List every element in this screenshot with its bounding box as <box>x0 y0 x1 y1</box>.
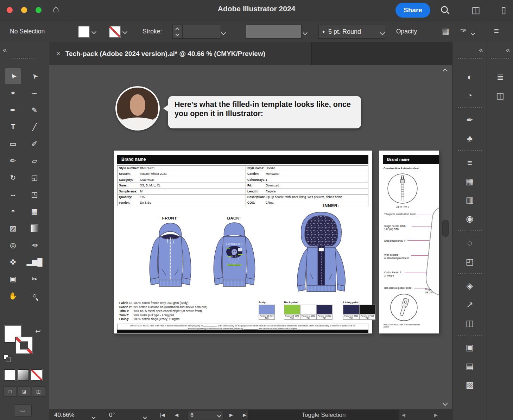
canvas[interactable]: Here's what the filled-in template looks… <box>49 65 452 409</box>
collapse-toolbar-icon[interactable]: « <box>3 46 6 54</box>
share-button[interactable]: Share <box>395 3 430 18</box>
gradient-panel-icon[interactable]: ◔ <box>452 86 487 105</box>
last-artboard-icon[interactable]: ▶| <box>243 410 247 420</box>
zoom-dropdown-icon[interactable] <box>92 414 95 420</box>
selection-tool[interactable]: ➤ <box>5 68 21 84</box>
layers-panel-icon[interactable]: ◈ <box>452 276 487 295</box>
stroke-weight-field[interactable] <box>182 25 221 39</box>
status-display[interactable]: Toggle Selection <box>248 410 399 420</box>
artboard-tool[interactable]: ▣ <box>5 271 21 287</box>
gradient-tool[interactable] <box>26 220 43 236</box>
line-segment-tool[interactable]: ╱ <box>26 119 43 135</box>
rotation-dropdown-icon[interactable] <box>144 414 146 420</box>
pattern-panel-icon[interactable]: ▩ <box>452 375 487 394</box>
fill-color-control[interactable] <box>78 26 99 38</box>
pen-tool[interactable]: ✒ <box>5 102 21 118</box>
adjustments-panel-icon[interactable]: ≣ <box>487 68 513 86</box>
align-panel-icon[interactable]: ▤ <box>452 357 487 375</box>
direct-selection-tool[interactable]: ➤ <box>26 68 43 84</box>
opacity-label[interactable]: Opacity <box>396 20 417 42</box>
stroke-color-control[interactable] <box>109 26 129 38</box>
gradient-mode-button[interactable] <box>18 369 29 381</box>
style-icon[interactable]: ✑ <box>460 26 467 35</box>
lasso-tool[interactable]: ∽ <box>26 85 43 101</box>
gradient-annotator-panel-icon[interactable]: ▥ <box>452 191 487 209</box>
stroke-weight-dropdown[interactable] <box>222 30 225 36</box>
pencil-tool[interactable]: ✏ <box>5 153 21 168</box>
fill-dropdown[interactable] <box>89 26 99 38</box>
panel-toggle-icon[interactable]: ▯ <box>501 3 506 17</box>
magic-wand-tool[interactable]: ✶ <box>5 85 21 101</box>
screen-mode-button[interactable]: ▭ <box>14 405 32 416</box>
prev-artboard-icon[interactable]: ◀ <box>175 410 178 420</box>
draw-normal-button[interactable]: ◻ <box>4 386 17 397</box>
next-artboard-icon[interactable]: ▶ <box>229 410 233 420</box>
expand-panels-icon[interactable]: « <box>479 46 482 54</box>
blend-tool[interactable]: ◎ <box>5 237 21 253</box>
mesh-tool[interactable]: ▨ <box>5 220 21 236</box>
expand-panels-icon-2[interactable]: « <box>506 46 509 54</box>
draw-inside-button[interactable]: ◫ <box>32 386 45 397</box>
shape-builder-tool[interactable]: ◓ <box>5 203 21 219</box>
default-fill-stroke-icon[interactable] <box>4 355 11 362</box>
brush-definition[interactable]: • 5 pt. Round <box>318 25 385 39</box>
scroll-right-icon[interactable]: ▶ <box>434 410 438 420</box>
artboard-navigation-field[interactable]: 6 <box>187 411 224 420</box>
free-transform-tool[interactable]: ◳ <box>26 186 43 202</box>
hand-tool[interactable]: ✋ <box>5 288 21 304</box>
slice-tool[interactable]: ✂ <box>26 271 43 287</box>
stroke-proxy[interactable] <box>15 337 32 354</box>
variable-width-profile[interactable] <box>245 25 302 39</box>
toolbar-grip[interactable] <box>10 58 34 59</box>
none-mode-button[interactable] <box>31 369 42 381</box>
symbol-sprayer-tool[interactable]: ✤ <box>5 254 21 270</box>
swap-fill-stroke-icon[interactable]: ↩ <box>35 327 41 335</box>
menu-icon[interactable]: ≡ <box>494 26 499 36</box>
scrollbar-thumb[interactable] <box>442 220 449 237</box>
color-mode-button[interactable] <box>4 369 15 381</box>
rectangle-tool[interactable]: ▭ <box>5 136 21 152</box>
vertical-scrollbar[interactable] <box>442 66 449 408</box>
stroke-label[interactable]: Stroke: <box>142 20 162 42</box>
stroke-swatch[interactable] <box>109 26 120 37</box>
panel-grip-2[interactable] <box>490 58 510 59</box>
arrange-documents-icon[interactable]: ◫ <box>471 3 480 17</box>
stroke-dropdown[interactable] <box>120 26 129 38</box>
export-panel-icon[interactable]: ↗ <box>452 295 487 314</box>
scale-tool[interactable]: ◱ <box>26 170 43 185</box>
column-graph-tool[interactable]: ▂▆█ <box>26 254 43 270</box>
search-icon[interactable] <box>441 6 448 14</box>
curvature-tool[interactable]: ✎ <box>26 102 43 118</box>
eraser-tool[interactable]: ▱ <box>26 153 43 168</box>
eyedropper-tool[interactable]: ✎ <box>26 237 43 253</box>
appearance-panel-icon[interactable]: ▣ <box>452 338 487 357</box>
paragraph-panel-icon[interactable]: ≡ <box>452 153 487 172</box>
panel-grip[interactable] <box>457 58 482 59</box>
transform-panel-icon[interactable]: ◰ <box>452 252 487 271</box>
width-profile-dropdown[interactable] <box>303 30 307 36</box>
scroll-left-icon[interactable]: ◀ <box>402 410 405 420</box>
draw-behind-button[interactable]: ◪ <box>18 386 31 397</box>
zoom-tool[interactable]: ○ <box>26 288 43 304</box>
rotation-value[interactable]: 0° <box>109 410 115 420</box>
stroke-weight-stepper[interactable] <box>172 25 182 39</box>
type-tool[interactable]: T <box>5 119 21 135</box>
swatches-panel-icon[interactable]: ▦ <box>452 172 487 191</box>
brushes-panel-icon[interactable]: ✒ <box>452 110 487 129</box>
fill-swatch[interactable] <box>78 26 89 37</box>
color-panel-icon[interactable]: ◐ <box>452 68 487 86</box>
style-dropdown[interactable] <box>471 30 474 36</box>
transparency-panel-icon[interactable]: ◌ <box>452 234 487 252</box>
first-artboard-icon[interactable]: |◀ <box>160 410 165 420</box>
libraries-panel-icon[interactable]: ◫ <box>487 86 513 105</box>
width-tool[interactable]: ↔ <box>5 186 21 202</box>
document-tab[interactable]: × Tech-pack (Adobe 2024 version).ai* @ 4… <box>49 42 312 65</box>
symbols-panel-icon[interactable]: ♣ <box>452 129 487 148</box>
artboards-panel-icon[interactable]: ◫ <box>452 314 487 332</box>
perspective-grid-tool[interactable]: ▦ <box>26 203 43 219</box>
rotate-tool[interactable]: ↻ <box>5 170 21 185</box>
close-tab-icon[interactable]: × <box>56 50 61 58</box>
document-setup-icon[interactable]: ▦ <box>442 27 449 36</box>
color-guide-panel-icon[interactable]: ◉ <box>452 209 487 228</box>
paintbrush-tool[interactable]: ✐ <box>26 136 43 152</box>
